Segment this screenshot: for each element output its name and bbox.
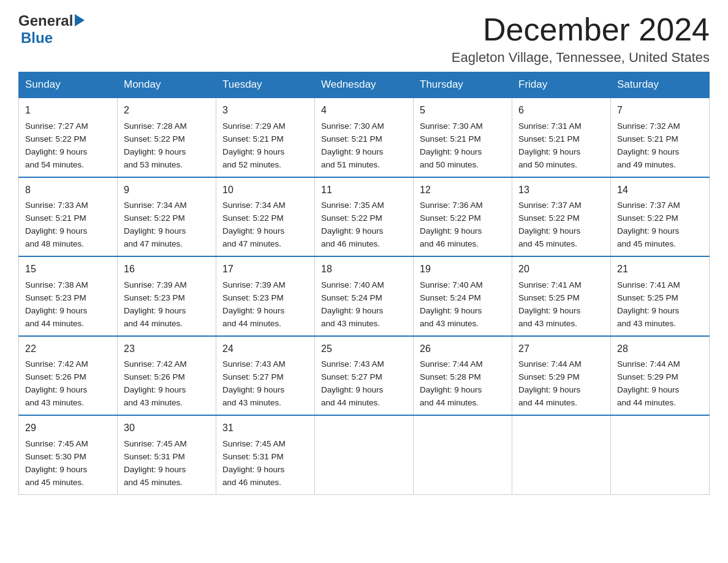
day-number: 4: [321, 103, 407, 118]
day-info: Sunrise: 7:38 AM: [25, 279, 111, 292]
calendar-cell: [414, 415, 512, 494]
day-info: Sunrise: 7:39 AM: [222, 279, 308, 292]
day-info: Sunrise: 7:44 AM: [617, 358, 703, 371]
day-info: Sunrise: 7:42 AM: [124, 358, 210, 371]
day-info: Sunrise: 7:43 AM: [222, 358, 308, 371]
day-info: Sunset: 5:27 PM: [321, 371, 407, 384]
day-info: Sunset: 5:22 PM: [25, 133, 111, 146]
calendar-cell: 15Sunrise: 7:38 AMSunset: 5:23 PMDayligh…: [19, 256, 118, 335]
day-info: Sunset: 5:21 PM: [518, 133, 604, 146]
day-number: 22: [25, 342, 111, 357]
calendar-cell: 10Sunrise: 7:34 AMSunset: 5:22 PMDayligh…: [216, 177, 315, 256]
day-number: 21: [617, 262, 703, 277]
calendar-cell: 9Sunrise: 7:34 AMSunset: 5:22 PMDaylight…: [118, 177, 216, 256]
day-number: 19: [420, 262, 506, 277]
sub-title: Eagleton Village, Tennessee, United Stat…: [452, 50, 710, 66]
day-info: Sunset: 5:31 PM: [222, 451, 308, 464]
day-number: 23: [124, 342, 210, 357]
logo-arrow-icon: [75, 14, 85, 26]
day-info: Sunrise: 7:41 AM: [617, 279, 703, 292]
day-info: Sunset: 5:22 PM: [617, 212, 703, 225]
calendar-cell: 3Sunrise: 7:29 AMSunset: 5:21 PMDaylight…: [216, 98, 315, 177]
day-info: and 44 minutes.: [420, 397, 506, 410]
calendar-cell: [315, 415, 414, 494]
page-header: General Blue December 2024 Eagleton Vill…: [18, 12, 710, 66]
day-info: and 45 minutes.: [518, 238, 604, 251]
calendar-cell: 16Sunrise: 7:39 AMSunset: 5:23 PMDayligh…: [118, 256, 216, 335]
calendar-header-row: SundayMondayTuesdayWednesdayThursdayFrid…: [19, 72, 710, 98]
day-number: 1: [25, 103, 111, 118]
day-info: and 43 minutes.: [518, 318, 604, 331]
calendar-cell: 27Sunrise: 7:44 AMSunset: 5:29 PMDayligh…: [512, 336, 611, 415]
calendar-week-row: 22Sunrise: 7:42 AMSunset: 5:26 PMDayligh…: [19, 336, 710, 415]
calendar-cell: 6Sunrise: 7:31 AMSunset: 5:21 PMDaylight…: [512, 98, 611, 177]
calendar-day-header: Friday: [512, 72, 611, 98]
day-number: 3: [222, 103, 308, 118]
day-info: Sunrise: 7:31 AM: [518, 120, 604, 133]
day-info: Daylight: 9 hours: [25, 146, 111, 159]
day-number: 14: [617, 183, 703, 198]
calendar-day-header: Monday: [118, 72, 216, 98]
day-info: Daylight: 9 hours: [617, 384, 703, 397]
day-number: 18: [321, 262, 407, 277]
day-info: Sunrise: 7:37 AM: [518, 199, 604, 212]
day-info: Sunrise: 7:40 AM: [420, 279, 506, 292]
day-info: Sunrise: 7:41 AM: [518, 279, 604, 292]
day-info: Sunrise: 7:44 AM: [518, 358, 604, 371]
calendar-cell: 7Sunrise: 7:32 AMSunset: 5:21 PMDaylight…: [611, 98, 710, 177]
day-info: and 44 minutes.: [222, 318, 308, 331]
day-info: and 47 minutes.: [222, 238, 308, 251]
day-info: Daylight: 9 hours: [420, 384, 506, 397]
day-info: Sunrise: 7:34 AM: [222, 199, 308, 212]
calendar-day-header: Saturday: [611, 72, 710, 98]
day-info: Daylight: 9 hours: [420, 225, 506, 238]
calendar-cell: 13Sunrise: 7:37 AMSunset: 5:22 PMDayligh…: [512, 177, 611, 256]
day-info: and 44 minutes.: [124, 318, 210, 331]
day-info: Sunset: 5:21 PM: [420, 133, 506, 146]
day-number: 27: [518, 342, 604, 357]
day-info: Daylight: 9 hours: [222, 225, 308, 238]
calendar-cell: 22Sunrise: 7:42 AMSunset: 5:26 PMDayligh…: [19, 336, 118, 415]
calendar-week-row: 15Sunrise: 7:38 AMSunset: 5:23 PMDayligh…: [19, 256, 710, 335]
title-block: December 2024 Eagleton Village, Tennesse…: [452, 12, 710, 66]
day-info: Sunset: 5:23 PM: [222, 292, 308, 305]
day-info: and 43 minutes.: [617, 318, 703, 331]
day-info: Sunset: 5:22 PM: [124, 212, 210, 225]
day-info: Sunrise: 7:39 AM: [124, 279, 210, 292]
day-info: Sunset: 5:22 PM: [518, 212, 604, 225]
calendar-cell: 14Sunrise: 7:37 AMSunset: 5:22 PMDayligh…: [611, 177, 710, 256]
day-info: Sunset: 5:23 PM: [124, 292, 210, 305]
day-info: Sunrise: 7:35 AM: [321, 199, 407, 212]
day-info: Sunset: 5:22 PM: [420, 212, 506, 225]
day-info: and 44 minutes.: [617, 397, 703, 410]
day-info: Sunrise: 7:42 AM: [25, 358, 111, 371]
day-number: 16: [124, 262, 210, 277]
day-info: Sunset: 5:21 PM: [222, 133, 308, 146]
day-info: and 43 minutes.: [420, 318, 506, 331]
calendar-week-row: 8Sunrise: 7:33 AMSunset: 5:21 PMDaylight…: [19, 177, 710, 256]
day-info: and 43 minutes.: [222, 397, 308, 410]
day-info: Daylight: 9 hours: [518, 384, 604, 397]
calendar-day-header: Thursday: [414, 72, 512, 98]
day-number: 17: [222, 262, 308, 277]
day-number: 11: [321, 183, 407, 198]
day-info: Sunrise: 7:36 AM: [420, 199, 506, 212]
day-info: Daylight: 9 hours: [25, 384, 111, 397]
calendar-cell: 8Sunrise: 7:33 AMSunset: 5:21 PMDaylight…: [19, 177, 118, 256]
day-info: and 46 minutes.: [222, 477, 308, 489]
calendar-cell: 21Sunrise: 7:41 AMSunset: 5:25 PMDayligh…: [611, 256, 710, 335]
day-info: and 49 minutes.: [617, 159, 703, 172]
day-number: 13: [518, 183, 604, 198]
day-info: Daylight: 9 hours: [420, 305, 506, 318]
calendar-cell: 30Sunrise: 7:45 AMSunset: 5:31 PMDayligh…: [118, 415, 216, 494]
calendar-cell: 5Sunrise: 7:30 AMSunset: 5:21 PMDaylight…: [414, 98, 512, 177]
calendar-cell: 18Sunrise: 7:40 AMSunset: 5:24 PMDayligh…: [315, 256, 414, 335]
day-info: Daylight: 9 hours: [321, 146, 407, 159]
day-info: Sunrise: 7:37 AM: [617, 199, 703, 212]
calendar-cell: 24Sunrise: 7:43 AMSunset: 5:27 PMDayligh…: [216, 336, 315, 415]
day-number: 12: [420, 183, 506, 198]
day-number: 24: [222, 342, 308, 357]
day-info: Sunrise: 7:45 AM: [222, 438, 308, 451]
day-info: and 43 minutes.: [321, 318, 407, 331]
day-info: Daylight: 9 hours: [420, 146, 506, 159]
